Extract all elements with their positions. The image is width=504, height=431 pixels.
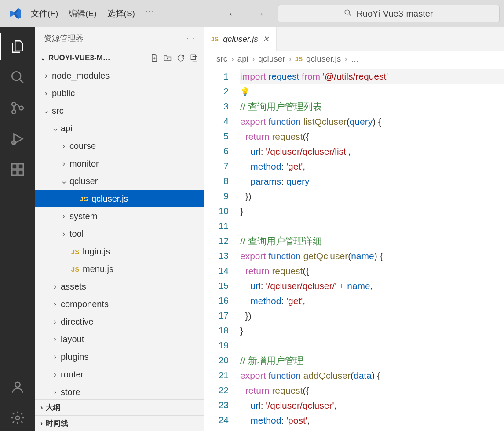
chevron-right-icon: › xyxy=(60,159,68,168)
chevron-right-icon: › xyxy=(40,403,43,412)
svg-point-0 xyxy=(345,10,350,14)
explorer-sidebar: 资源管理器 ··· ⌄ RUOYI-VUE3-M… ›node_modules›… xyxy=(35,27,204,431)
timeline-section[interactable]: › 时间线 xyxy=(35,415,204,431)
line-gutter: 123456789101112131415161718192021222324 xyxy=(204,67,240,431)
lightbulb-icon[interactable]: 💡 xyxy=(240,87,250,96)
folder-row[interactable]: ›store xyxy=(35,383,204,399)
file-row[interactable]: JSmenu.js xyxy=(35,260,204,278)
folder-row[interactable]: ⌄qcluser xyxy=(35,172,204,190)
nav-back-icon[interactable]: ← xyxy=(224,6,242,22)
file-tree: ›node_modules›public⌄src⌄api›course›moni… xyxy=(35,67,204,399)
folder-row[interactable]: ›tool xyxy=(35,225,204,243)
chevron-right-icon: › xyxy=(42,71,50,80)
tree-item-label: qcluser xyxy=(69,176,98,186)
folder-row[interactable]: ›directive xyxy=(35,313,204,330)
vscode-logo xyxy=(9,7,22,20)
new-folder-icon[interactable] xyxy=(163,54,172,62)
menu-bar: 文件(F) 编辑(E) 选择(S) ··· xyxy=(30,6,155,21)
activity-settings-icon[interactable] xyxy=(4,405,31,431)
nav-forward-icon[interactable]: → xyxy=(250,6,269,22)
folder-row[interactable]: ›node_modules xyxy=(35,67,204,84)
outline-section[interactable]: › 大纲 xyxy=(35,399,204,415)
code-body[interactable]: import request from '@/utils/request'💡 /… xyxy=(240,67,504,431)
search-icon xyxy=(344,9,352,19)
explorer-header: 资源管理器 ··· xyxy=(35,27,204,49)
breadcrumb[interactable]: src› api› qcluser› JS qcluser.js› … xyxy=(204,51,504,67)
svg-rect-9 xyxy=(18,164,23,169)
svg-line-1 xyxy=(349,14,351,16)
chevron-right-icon: › xyxy=(51,370,59,379)
file-row[interactable]: JSlogin.js xyxy=(35,243,204,260)
menu-select[interactable]: 选择(S) xyxy=(106,6,136,21)
tree-item-label: api xyxy=(61,123,73,134)
explorer-more-icon[interactable]: ··· xyxy=(186,34,195,42)
menu-more-icon[interactable]: ··· xyxy=(145,6,155,21)
tree-item-label: qcluser.js xyxy=(91,194,128,204)
menu-file[interactable]: 文件(F) xyxy=(30,6,59,21)
tree-item-label: assets xyxy=(61,282,86,292)
js-file-icon: JS xyxy=(211,36,219,43)
tree-item-label: login.js xyxy=(83,246,110,257)
svg-rect-14 xyxy=(191,55,195,59)
activity-scm-icon[interactable] xyxy=(4,95,31,121)
refresh-icon[interactable] xyxy=(176,54,185,62)
code-editor[interactable]: 123456789101112131415161718192021222324 … xyxy=(204,67,504,431)
tree-item-label: monitor xyxy=(69,159,99,169)
js-file-icon: JS xyxy=(70,248,80,255)
folder-row[interactable]: ›system xyxy=(35,207,204,225)
menu-edit[interactable]: 编辑(E) xyxy=(68,6,97,21)
chevron-right-icon: › xyxy=(40,419,43,428)
command-center-search[interactable]: RuoYi-Vue3-master xyxy=(278,5,500,22)
folder-row[interactable]: ⌄src xyxy=(35,102,204,120)
folder-row[interactable]: ›assets xyxy=(35,278,204,295)
svg-point-4 xyxy=(12,102,16,106)
chevron-right-icon: › xyxy=(60,212,68,221)
tree-item-label: directive xyxy=(61,317,93,327)
explorer-title: 资源管理器 xyxy=(44,33,84,43)
svg-point-6 xyxy=(19,106,23,110)
activity-extensions-icon[interactable] xyxy=(4,156,31,183)
tab-qcluser-js[interactable]: JS qcluser.js ✕ xyxy=(204,27,277,51)
svg-rect-11 xyxy=(18,170,23,175)
folder-row[interactable]: ›components xyxy=(35,295,204,313)
activity-account-icon[interactable] xyxy=(4,374,31,400)
js-file-icon: JS xyxy=(70,265,80,273)
svg-point-5 xyxy=(12,110,16,114)
close-icon[interactable]: ✕ xyxy=(263,34,269,44)
tree-item-label: node_modules xyxy=(52,71,110,81)
chevron-right-icon: › xyxy=(60,229,68,239)
tree-item-label: tool xyxy=(69,229,84,239)
folder-row[interactable]: ›course xyxy=(35,137,204,155)
chevron-right-icon: › xyxy=(60,141,68,151)
tree-item-label: src xyxy=(52,106,64,116)
svg-rect-10 xyxy=(12,170,17,175)
chevron-down-icon: ⌄ xyxy=(40,54,46,62)
svg-point-12 xyxy=(15,382,20,387)
folder-row[interactable]: ›router xyxy=(35,366,204,383)
collapse-all-icon[interactable] xyxy=(190,54,198,62)
folder-row[interactable]: ›plugins xyxy=(35,348,204,366)
folder-row[interactable]: ⌄api xyxy=(35,120,204,137)
new-file-icon[interactable] xyxy=(150,54,159,62)
editor-area: JS qcluser.js ✕ src› api› qcluser› JS qc… xyxy=(204,27,504,431)
editor-tabs: JS qcluser.js ✕ xyxy=(204,27,504,51)
chevron-right-icon: › xyxy=(42,89,50,98)
tree-item-label: components xyxy=(61,299,109,309)
chevron-down-icon: ⌄ xyxy=(60,176,68,186)
explorer-actions xyxy=(150,54,198,62)
activity-explorer-icon[interactable] xyxy=(4,33,31,60)
folder-row[interactable]: ›monitor xyxy=(35,155,204,172)
activity-debug-icon[interactable] xyxy=(4,126,31,152)
js-file-icon: JS xyxy=(295,55,303,62)
project-header[interactable]: ⌄ RUOYI-VUE3-M… xyxy=(35,49,204,67)
js-file-icon: JS xyxy=(79,195,89,203)
tree-item-label: router xyxy=(61,369,84,380)
folder-row[interactable]: ›public xyxy=(35,84,204,102)
tree-item-label: public xyxy=(52,88,75,98)
folder-row[interactable]: ›layout xyxy=(35,330,204,348)
activity-search-icon[interactable] xyxy=(4,64,31,91)
chevron-right-icon: › xyxy=(51,317,59,326)
file-row[interactable]: JSqcluser.js xyxy=(35,190,204,207)
svg-point-13 xyxy=(16,416,20,420)
svg-point-2 xyxy=(12,72,21,80)
